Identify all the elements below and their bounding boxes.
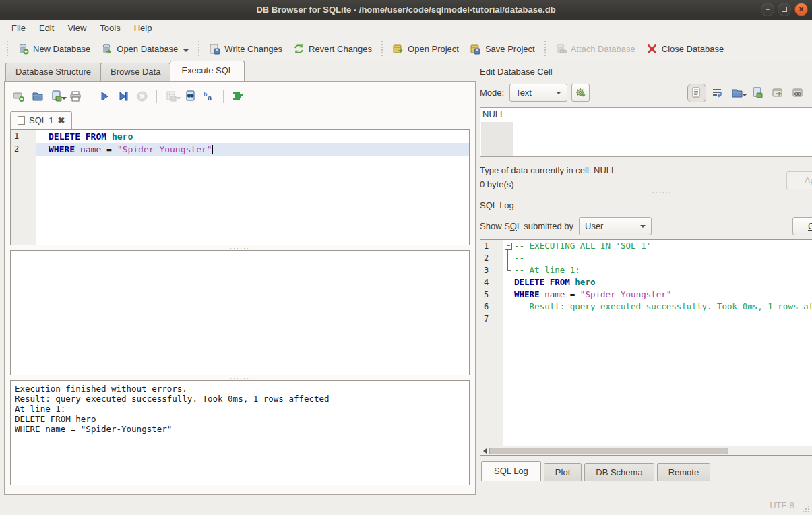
write-changes-label: Write Changes xyxy=(224,44,282,54)
open-project-button[interactable]: Open Project xyxy=(387,40,464,58)
tab-remote[interactable]: Remote xyxy=(657,463,711,481)
line-number: 7 xyxy=(480,313,503,325)
find-icon[interactable] xyxy=(184,90,196,102)
fold-spacer xyxy=(503,276,514,289)
log-filter-select[interactable]: User xyxy=(579,217,652,235)
toolbar-handle[interactable] xyxy=(7,41,8,56)
print-icon[interactable] xyxy=(69,90,82,102)
execution-messages[interactable]: Execution finished without errors. Resul… xyxy=(10,380,470,485)
line-number: 2 xyxy=(480,252,503,264)
export-cell-data-icon[interactable] xyxy=(751,87,763,99)
mode-select-value: Text xyxy=(516,88,532,98)
menu-tools[interactable]: Tools xyxy=(94,22,126,34)
tab-db-schema[interactable]: DB Schema xyxy=(584,463,654,481)
text-mode-icon[interactable] xyxy=(691,87,703,99)
copy-link-icon[interactable] xyxy=(792,87,804,99)
log-line: -- At line 1: xyxy=(503,264,812,276)
edit-cell-dock-header: Edit Database Cell × xyxy=(480,63,812,80)
export-results-icon xyxy=(165,90,177,102)
log-line: WHERE name = "Spider-Youngster" xyxy=(503,289,812,301)
revert-changes-button[interactable]: Revert Changes xyxy=(288,40,377,58)
new-database-icon xyxy=(18,43,29,55)
scrollbar-thumb[interactable] xyxy=(489,448,728,454)
execute-line-icon[interactable] xyxy=(117,90,129,102)
dock-tab-bar: SQL Log Plot DB Schema Remote xyxy=(480,461,812,481)
maximize-icon[interactable] xyxy=(778,3,791,16)
format-sql-icon[interactable] xyxy=(232,90,244,102)
execute-all-icon[interactable] xyxy=(98,90,111,102)
revert-changes-label: Revert Changes xyxy=(309,44,372,54)
clear-log-button[interactable]: Clear xyxy=(792,217,812,235)
apply-button: Apply xyxy=(786,171,812,189)
encoding-indicator[interactable]: UTF-8 xyxy=(770,500,794,510)
editor-line[interactable]: DELETE FROM hero xyxy=(36,130,469,143)
sql-tab-close-icon[interactable]: ✖ xyxy=(57,115,65,125)
word-wrap-icon[interactable] xyxy=(711,87,723,99)
tab-database-structure[interactable]: Database Structure xyxy=(5,63,101,81)
horizontal-scrollbar[interactable] xyxy=(480,446,812,455)
sql-toolbar: ba xyxy=(10,86,470,107)
close-icon[interactable]: × xyxy=(794,3,808,16)
splitter-handle[interactable]: ······ xyxy=(480,189,812,194)
attach-database-button: Attach Database xyxy=(550,40,641,58)
line-number: 2 xyxy=(11,143,36,156)
results-grid[interactable] xyxy=(10,250,470,375)
autocomplete-icon[interactable]: ba xyxy=(203,90,215,102)
open-database-dropdown-icon[interactable] xyxy=(183,49,189,52)
write-changes-button[interactable]: Write Changes xyxy=(204,40,288,58)
menu-edit[interactable]: Edit xyxy=(33,22,60,34)
close-database-button[interactable]: Close Database xyxy=(641,40,730,58)
fold-marker-icon[interactable] xyxy=(503,240,514,252)
right-pane: Edit Database Cell × Mode: Text xyxy=(476,61,812,495)
window-title: DB Browser for SQLite - /home/user/code/… xyxy=(0,5,812,15)
menu-file[interactable]: File xyxy=(5,22,32,34)
attach-database-label: Attach Database xyxy=(571,44,635,54)
open-external-icon[interactable] xyxy=(772,87,784,99)
menu-view[interactable]: View xyxy=(61,22,92,34)
import-dropdown-icon[interactable] xyxy=(742,94,747,96)
splitter-handle[interactable]: ······ xyxy=(10,245,470,250)
tab-browse-data[interactable]: Browse Data xyxy=(100,63,170,81)
new-sql-tab-icon[interactable] xyxy=(13,90,25,102)
import-cell-data-icon[interactable] xyxy=(731,87,743,99)
minimize-icon[interactable]: − xyxy=(761,3,774,16)
cell-editor-margin xyxy=(481,122,513,156)
toolbar-handle[interactable] xyxy=(544,41,546,56)
splitter-handle[interactable]: ······ xyxy=(10,375,470,380)
editor-line-current[interactable]: WHERE name = "Spider-Youngster" xyxy=(36,143,469,156)
sql-document-icon xyxy=(18,116,25,125)
chevron-down-icon xyxy=(640,225,646,228)
line-number: 6 xyxy=(480,301,503,313)
sql-editor[interactable]: 1 2 DELETE FROM hero WHERE name = "Spide… xyxy=(10,129,470,245)
execute-sql-panel: ba SQL 1 ✖ 1 2 xyxy=(4,81,476,495)
auto-switch-mode-button[interactable] xyxy=(571,84,590,102)
save-sql-dropdown-icon[interactable] xyxy=(61,97,67,100)
mode-label: Mode: xyxy=(480,88,504,98)
save-sql-file-icon[interactable] xyxy=(51,90,63,102)
tab-execute-sql[interactable]: Execute SQL xyxy=(170,61,245,81)
sql-log-view[interactable]: 1 2 3 4 5 6 7 -- EXECUTING ALL IN 'SQL 1… xyxy=(480,239,812,456)
chevron-down-icon xyxy=(556,92,561,94)
tab-sql-log[interactable]: SQL Log xyxy=(481,461,541,481)
save-project-button[interactable]: Save Project xyxy=(464,40,540,58)
save-project-label: Save Project xyxy=(485,44,535,54)
editor-code-area[interactable]: DELETE FROM hero WHERE name = "Spider-Yo… xyxy=(36,130,469,245)
edit-cell-title: Edit Database Cell xyxy=(480,67,812,77)
new-database-button[interactable]: New Database xyxy=(12,40,96,58)
sql-file-tab[interactable]: SQL 1 ✖ xyxy=(10,111,72,129)
toolbar-handle[interactable] xyxy=(381,41,383,56)
log-code-area[interactable]: -- EXECUTING ALL IN 'SQL 1' -- -- At lin… xyxy=(503,240,812,446)
log-line: DELETE FROM hero xyxy=(503,276,812,289)
mode-select[interactable]: Text xyxy=(509,84,567,102)
cell-type-info: Type of data currently in cell: NULL xyxy=(480,165,616,175)
open-database-button[interactable]: Open Database xyxy=(96,40,194,58)
scroll-left-icon[interactable] xyxy=(483,448,487,454)
cell-value-editor[interactable]: NULL xyxy=(480,107,812,157)
open-sql-file-icon[interactable] xyxy=(32,90,44,102)
tab-plot[interactable]: Plot xyxy=(544,463,582,481)
cell-size-info: 0 byte(s) xyxy=(480,179,616,189)
menu-help[interactable]: Help xyxy=(128,22,158,34)
toolbar-handle[interactable] xyxy=(198,41,199,56)
cell-toolbar xyxy=(691,87,812,99)
resize-grip[interactable] xyxy=(802,505,810,513)
